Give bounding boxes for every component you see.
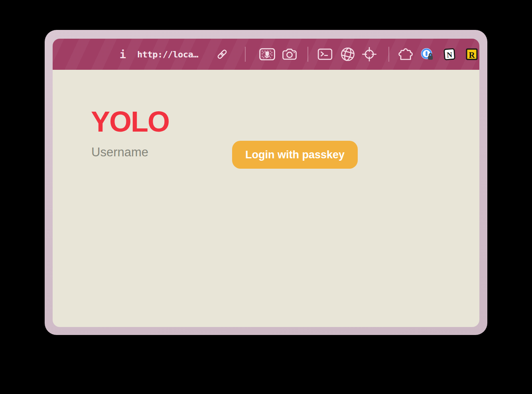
onepassword-icon[interactable] xyxy=(420,48,434,61)
toolbar-divider xyxy=(388,47,389,62)
terminal-icon[interactable] xyxy=(318,49,333,60)
notion-icon[interactable]: N xyxy=(443,47,456,61)
image-icon[interactable] xyxy=(259,48,275,61)
link-icon[interactable] xyxy=(216,48,228,60)
browser-window: i http://loca… xyxy=(45,30,487,335)
camera-icon[interactable] xyxy=(282,48,298,61)
readwise-icon[interactable]: R xyxy=(465,48,479,61)
svg-text:R: R xyxy=(469,50,475,60)
login-passkey-button[interactable]: Login with passkey xyxy=(232,141,358,169)
url-text[interactable]: http://loca… xyxy=(137,49,198,59)
crosshair-icon[interactable] xyxy=(362,47,377,62)
login-passkey-label: Login with passkey xyxy=(245,149,345,161)
info-icon[interactable]: i xyxy=(120,48,126,61)
browser-chrome: i http://loca… xyxy=(53,39,479,327)
page-content: YOLO Login with passkey xyxy=(53,70,479,327)
toolbar-divider xyxy=(307,47,308,62)
toolbar-divider xyxy=(245,47,246,62)
username-input[interactable] xyxy=(91,145,223,160)
puzzle-extensions-icon[interactable] xyxy=(397,48,413,61)
svg-text:N: N xyxy=(447,50,453,59)
browser-toolbar: i http://loca… xyxy=(53,39,479,70)
desktop-background: i http://loca… xyxy=(0,0,532,394)
globe-icon[interactable] xyxy=(340,47,355,62)
page-title: YOLO xyxy=(91,107,169,136)
